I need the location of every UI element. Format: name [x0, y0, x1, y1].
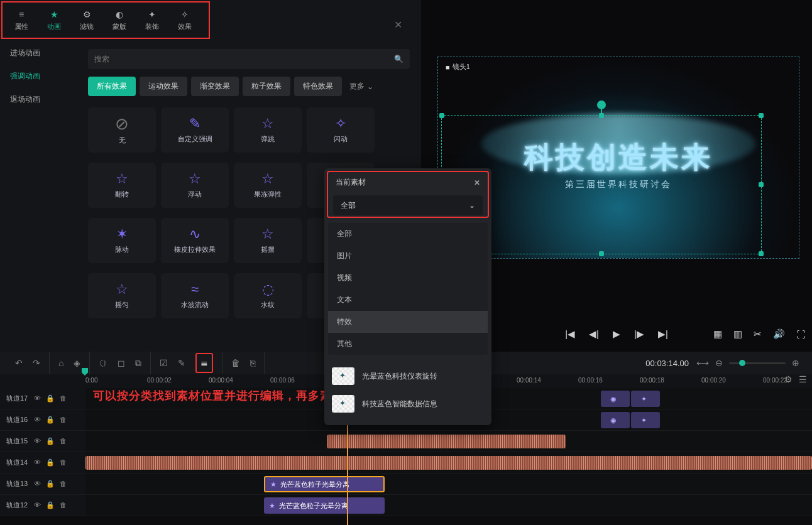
visibility-icon[interactable]: 👁	[34, 458, 41, 467]
next-frame-button[interactable]: |▶	[634, 328, 644, 340]
edit-button[interactable]: ✎	[178, 358, 185, 368]
keyframe-button[interactable]: ◈	[74, 358, 80, 368]
filter-3[interactable]: 粒子效果	[243, 77, 290, 96]
effect-item-3[interactable]: ✧闪动	[307, 107, 375, 153]
visibility-icon[interactable]: 👁	[34, 501, 41, 509]
layers-button[interactable]: ≣	[195, 353, 213, 373]
filter-0[interactable]: 所有效果	[88, 77, 136, 96]
prev-frame-button[interactable]: ◀|	[589, 328, 599, 340]
popup-option-0[interactable]: 全部	[328, 223, 488, 245]
effect-item-9[interactable]: ∿橡皮拉伸效果	[161, 218, 229, 263]
zoom-in-button[interactable]: ⊕	[792, 358, 799, 368]
popup-close-icon[interactable]: ✕	[474, 178, 480, 187]
popup-option-3[interactable]: 文本	[328, 289, 488, 311]
volume-icon[interactable]: 🔊	[773, 328, 785, 340]
search-icon[interactable]: 🔍	[394, 55, 403, 63]
crop-button[interactable]: ◻	[118, 358, 125, 368]
rotate-handle[interactable]	[597, 100, 606, 109]
effect-item-2[interactable]: ☆弹跳	[234, 107, 302, 153]
track-body[interactable]	[85, 452, 812, 473]
last-frame-button[interactable]: ▶|	[658, 328, 668, 340]
first-frame-button[interactable]: |◀	[565, 328, 575, 340]
fx-clip[interactable]: ✦	[631, 412, 660, 428]
sub-tab-2[interactable]: 退场动画	[0, 88, 75, 111]
effect-item-12[interactable]: ☆摇匀	[88, 273, 156, 318]
popup-option-5[interactable]: 其他	[328, 333, 488, 355]
top-tab-0[interactable]: ≡属性	[5, 6, 38, 34]
lock-icon[interactable]: 🔒	[46, 437, 55, 445]
trash-icon[interactable]: 🗑	[60, 480, 67, 488]
timeline-settings-icon[interactable]: ⚙	[784, 374, 793, 384]
ratio-icon[interactable]: ▥	[733, 328, 742, 340]
fit-button[interactable]: ⟷	[696, 358, 709, 368]
copy-button[interactable]: ⎘	[250, 358, 255, 368]
top-tab-2[interactable]: ⚙滤镜	[70, 6, 103, 34]
effect-item-5[interactable]: ☆浮动	[161, 163, 229, 208]
filter-more[interactable]: 更多 ⌄	[346, 77, 377, 96]
trash-icon[interactable]: 🗑	[60, 501, 67, 509]
effect-item-10[interactable]: ☆摇摆	[234, 218, 302, 263]
close-panel-icon[interactable]: ✕	[394, 19, 402, 31]
effect-item-6[interactable]: ☆果冻弹性	[234, 163, 302, 208]
trash-icon[interactable]: 🗑	[60, 437, 67, 445]
preview-canvas[interactable]: ■ 镜头1 ◫ 科技创造未来 第三届世界科技研讨会	[437, 57, 799, 259]
track-body[interactable]: ★光芒蓝色粒子光晕分离	[85, 495, 812, 516]
lock-icon[interactable]: 🔒	[46, 501, 55, 509]
video-clip[interactable]: ★光芒蓝色粒子光晕分离	[264, 497, 385, 514]
effect-item-1[interactable]: ✎自定义强调	[161, 107, 229, 153]
play-button[interactable]: ▶	[613, 328, 620, 340]
visibility-icon[interactable]: 👁	[34, 394, 41, 403]
delete-button[interactable]: 🗑	[231, 358, 240, 368]
track-body[interactable]	[85, 431, 812, 452]
effect-item-8[interactable]: ✶脉动	[88, 218, 156, 263]
mask-button[interactable]: ☑	[160, 358, 168, 368]
ruler-marker[interactable]	[82, 368, 88, 376]
effect-item-0[interactable]: ⊘无	[88, 107, 156, 153]
effect-item-13[interactable]: ≈水波流动	[161, 273, 229, 318]
marker-button[interactable]: ⌂	[58, 358, 63, 368]
popup-option-1[interactable]: 图片	[328, 245, 488, 267]
filter-2[interactable]: 渐变效果	[191, 77, 239, 96]
top-tab-1[interactable]: ★动画	[38, 6, 70, 34]
lock-icon[interactable]: 🔒	[46, 416, 55, 424]
trash-icon[interactable]: 🗑	[60, 416, 67, 424]
audio-clip[interactable]	[85, 456, 812, 470]
material-row-0[interactable]: 光晕蓝色科技仪表旋转	[324, 362, 491, 390]
visibility-icon[interactable]: 👁	[34, 416, 41, 424]
effect-item-14[interactable]: ◌水纹	[234, 273, 302, 318]
popup-category-select[interactable]: 全部 ⌄	[333, 195, 483, 215]
top-tab-5[interactable]: ✧效果	[168, 6, 201, 34]
filter-4[interactable]: 特色效果	[294, 77, 342, 96]
sub-tab-1[interactable]: 强调动画	[0, 65, 75, 88]
trash-icon[interactable]: 🗑	[60, 394, 67, 403]
effect-item-4[interactable]: ☆翻转	[88, 163, 156, 208]
fx-clip[interactable]: ◉	[601, 412, 630, 428]
undo-button[interactable]: ↶	[15, 358, 23, 368]
video-clip[interactable]: ★光芒蓝色粒子光晕分离	[264, 476, 385, 492]
fullscreen-icon[interactable]: ⛶	[796, 329, 806, 340]
fx-clip[interactable]: ✦	[631, 391, 660, 407]
search-input[interactable]	[94, 55, 394, 63]
zoom-out-button[interactable]: ⊖	[715, 358, 723, 368]
fx-clip[interactable]: ◉	[601, 391, 630, 407]
timeline-list-icon[interactable]: ☰	[799, 374, 807, 384]
filter-1[interactable]: 运动效果	[140, 77, 187, 96]
zoom-slider[interactable]	[729, 362, 786, 364]
sub-tab-0[interactable]: 进场动画	[0, 41, 75, 65]
redo-button[interactable]: ↷	[33, 358, 40, 368]
snapshot-icon[interactable]: ✂	[754, 328, 762, 340]
material-row-1[interactable]: 科技蓝色智能数据信息	[324, 390, 491, 418]
top-tab-3[interactable]: ◐蒙版	[103, 6, 136, 34]
popup-option-2[interactable]: 视频	[328, 267, 488, 289]
lock-icon[interactable]: 🔒	[46, 480, 55, 488]
audio-clip[interactable]	[327, 435, 566, 448]
popup-option-4[interactable]: 特效	[328, 311, 488, 333]
visibility-icon[interactable]: 👁	[34, 480, 41, 488]
trash-icon[interactable]: 🗑	[60, 458, 67, 467]
lock-icon[interactable]: 🔒	[46, 458, 55, 467]
split-button[interactable]: ⟮⟯	[99, 358, 107, 368]
visibility-icon[interactable]: 👁	[34, 437, 41, 445]
top-tab-4[interactable]: ✦装饰	[136, 6, 168, 34]
lock-icon[interactable]: 🔒	[46, 394, 55, 403]
group-button[interactable]: ⧉	[135, 358, 141, 369]
